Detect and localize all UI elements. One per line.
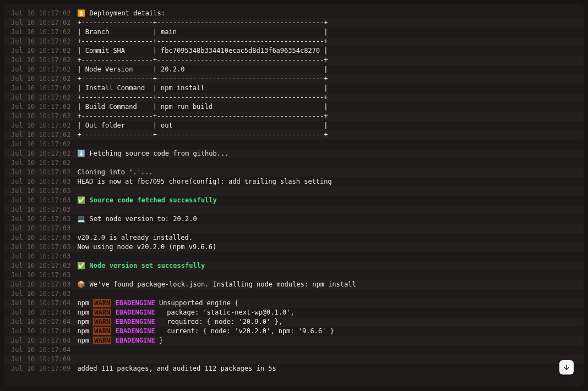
log-message: | Install Command | npm install |: [77, 84, 328, 93]
log-row: Jul 10 10:17:02+------------------+-----…: [4, 56, 584, 65]
log-message: ⏫ Deployment details:: [77, 9, 165, 18]
log-row: Jul 10 10:17:02+------------------+-----…: [4, 112, 584, 121]
log-message: 💻 Set node version to: 20.2.0: [77, 214, 197, 224]
log-row: Jul 10 10:17:02| Commit SHA | fbc7095348…: [4, 46, 584, 56]
log-timestamp: Jul 10 10:17:02: [11, 140, 70, 149]
log-row: Jul 10 10:17:02Cloning into '.'...: [4, 168, 584, 177]
log-row: Jul 10 10:17:04: [4, 345, 584, 355]
log-timestamp: Jul 10 10:17:03: [11, 224, 70, 233]
log-message: | Commit SHA | fbc7095348b334410ecac5d8d…: [77, 46, 328, 56]
log-row: Jul 10 10:17:03✅ Node version set succes…: [4, 261, 584, 271]
log-message: npm WARN EBADENGINE current: { node: 'v2…: [77, 327, 334, 336]
log-message: v20.2.0 is already installed.: [77, 233, 193, 243]
log-timestamp: Jul 10 10:17:03: [11, 205, 70, 214]
log-timestamp: Jul 10 10:17:02: [11, 149, 70, 158]
log-row: Jul 10 10:17:04npm WARN EBADENGINE curre…: [4, 327, 584, 336]
log-timestamp: Jul 10 10:17:02: [11, 121, 70, 130]
log-timestamp: Jul 10 10:17:02: [11, 37, 70, 46]
log-timestamp: Jul 10 10:17:03: [11, 243, 70, 252]
log-viewer[interactable]: Jul 10 10:17:02⏫ Deployment details:Jul …: [4, 4, 584, 387]
log-message: | Node Version | 20.2.0 |: [77, 65, 328, 74]
log-row: Jul 10 10:17:02| Branch | main |: [4, 27, 584, 37]
log-message: Cloning into '.'...: [77, 168, 153, 177]
log-message: +------------------+--------------------…: [77, 37, 328, 46]
log-row: Jul 10 10:17:03: [4, 186, 584, 196]
log-timestamp: Jul 10 10:17:03: [11, 233, 70, 243]
log-row: Jul 10 10:17:02⬇️ Fetching source code f…: [4, 149, 584, 158]
log-timestamp: Jul 10 10:17:02: [11, 56, 70, 65]
log-timestamp: Jul 10 10:17:02: [11, 65, 70, 74]
log-timestamp: Jul 10 10:17:04: [11, 345, 70, 355]
log-row: Jul 10 10:17:02| Out folder | out |: [4, 121, 584, 130]
log-timestamp: Jul 10 10:17:03: [11, 280, 70, 289]
log-message: ✅ Source code fetched successfully: [77, 196, 216, 205]
log-row: Jul 10 10:17:02+------------------+-----…: [4, 74, 584, 84]
log-timestamp: Jul 10 10:17:03: [11, 289, 70, 299]
log-timestamp: Jul 10 10:17:04: [11, 299, 70, 308]
log-timestamp: Jul 10 10:17:02: [11, 84, 70, 93]
arrow-down-icon: [563, 364, 570, 371]
log-row: Jul 10 10:17:03HEAD is now at fbc7095 ch…: [4, 177, 584, 186]
log-message: +------------------+--------------------…: [77, 93, 328, 102]
log-timestamp: Jul 10 10:17:02: [11, 168, 70, 177]
log-message: +------------------+--------------------…: [77, 74, 328, 84]
log-row: Jul 10 10:17:02| Node Version | 20.2.0 |: [4, 65, 584, 74]
log-timestamp: Jul 10 10:17:04: [11, 327, 70, 336]
log-message: +------------------+--------------------…: [77, 130, 328, 140]
log-row: Jul 10 10:17:03💻 Set node version to: 20…: [4, 214, 584, 224]
log-timestamp: Jul 10 10:17:02: [11, 27, 70, 37]
log-row: Jul 10 10:17:04npm WARN EBADENGINE requi…: [4, 317, 584, 327]
log-message: | Out folder | out |: [77, 121, 328, 130]
log-timestamp: Jul 10 10:17:04: [11, 308, 70, 317]
log-row: Jul 10 10:17:02+------------------+-----…: [4, 93, 584, 102]
log-timestamp: Jul 10 10:17:03: [11, 186, 70, 196]
log-message: npm WARN EBADENGINE required: { node: '2…: [77, 317, 282, 327]
log-message: npm WARN EBADENGINE }: [77, 336, 163, 345]
log-row: Jul 10 10:17:02| Install Command | npm i…: [4, 84, 584, 93]
log-timestamp: Jul 10 10:17:02: [11, 102, 70, 112]
log-row: Jul 10 10:17:03: [4, 289, 584, 299]
log-message: Now using node v20.2.0 (npm v9.6.6): [77, 243, 216, 252]
log-timestamp: Jul 10 10:17:02: [11, 158, 70, 168]
log-row: Jul 10 10:17:03✅ Source code fetched suc…: [4, 196, 584, 205]
log-timestamp: Jul 10 10:17:02: [11, 18, 70, 27]
log-row: Jul 10 10:17:02| Build Command | npm run…: [4, 102, 584, 112]
log-timestamp: Jul 10 10:17:03: [11, 252, 70, 261]
log-message: ✅ Node version set successfully: [77, 261, 205, 271]
log-timestamp: Jul 10 10:17:04: [11, 317, 70, 327]
log-row: Jul 10 10:17:04npm WARN EBADENGINE }: [4, 336, 584, 345]
log-timestamp: Jul 10 10:17:03: [11, 196, 70, 205]
log-timestamp: Jul 10 10:17:03: [11, 177, 70, 186]
log-message: HEAD is now at fbc7095 chore(config): ad…: [77, 177, 331, 186]
log-timestamp: Jul 10 10:17:03: [11, 271, 70, 280]
log-row: Jul 10 10:17:02+------------------+-----…: [4, 130, 584, 140]
log-timestamp: Jul 10 10:17:02: [11, 112, 70, 121]
log-message: +------------------+--------------------…: [77, 112, 328, 121]
log-timestamp: Jul 10 10:17:09: [11, 364, 70, 373]
log-row: Jul 10 10:17:03v20.2.0 is already instal…: [4, 233, 584, 243]
log-row: Jul 10 10:17:02+------------------+-----…: [4, 18, 584, 27]
log-message: npm WARN EBADENGINE package: 'static-nex…: [77, 308, 294, 317]
log-timestamp: Jul 10 10:17:02: [11, 9, 70, 18]
log-message: ⬇️ Fetching source code from github...: [77, 149, 228, 158]
log-timestamp: Jul 10 10:17:02: [11, 93, 70, 102]
log-row: Jul 10 10:17:04npm WARN EBADENGINE Unsup…: [4, 299, 584, 308]
log-timestamp: Jul 10 10:17:02: [11, 130, 70, 140]
log-timestamp: Jul 10 10:17:09: [11, 355, 70, 364]
log-message: +------------------+--------------------…: [77, 56, 328, 65]
log-row: Jul 10 10:17:09: [4, 355, 584, 364]
log-row: Jul 10 10:17:03: [4, 205, 584, 214]
log-row: Jul 10 10:17:02: [4, 158, 584, 168]
log-row: Jul 10 10:17:04npm WARN EBADENGINE packa…: [4, 308, 584, 317]
log-row: Jul 10 10:17:03: [4, 224, 584, 233]
scroll-to-bottom-button[interactable]: [559, 360, 574, 375]
log-message: npm WARN EBADENGINE Unsupported engine {: [77, 299, 238, 308]
log-message: | Branch | main |: [77, 27, 328, 37]
log-timestamp: Jul 10 10:17:02: [11, 46, 70, 56]
log-timestamp: Jul 10 10:17:03: [11, 261, 70, 271]
log-row: Jul 10 10:17:03📦 We've found package-loc…: [4, 280, 584, 289]
log-message: +------------------+--------------------…: [77, 18, 328, 27]
log-row: Jul 10 10:17:02: [4, 140, 584, 149]
log-timestamp: Jul 10 10:17:03: [11, 214, 70, 224]
log-row: Jul 10 10:17:02⏫ Deployment details:: [4, 9, 584, 18]
